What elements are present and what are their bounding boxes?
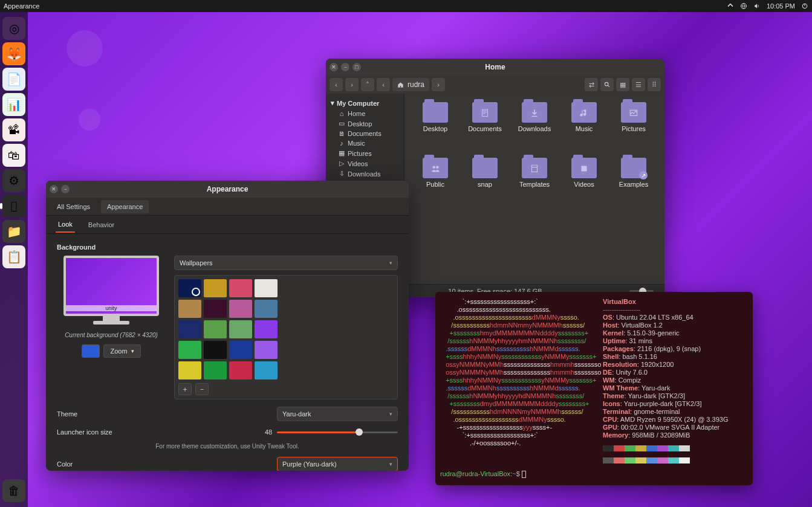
wallpaper-thumb[interactable] bbox=[204, 341, 227, 359]
nav-back-button[interactable]: ‹ bbox=[330, 78, 343, 91]
sidebar-item-pictures[interactable]: ▦Pictures bbox=[326, 148, 404, 158]
view-grid-button[interactable]: ▦ bbox=[616, 78, 629, 91]
terminal-window[interactable]: `:+ssssssssssssssssss+:` .osssssssssssss… bbox=[435, 292, 753, 485]
theme-select[interactable]: Yaru-dark ▾ bbox=[277, 407, 398, 421]
tab-appearance[interactable]: Appearance bbox=[101, 200, 149, 213]
launcher-size-slider[interactable] bbox=[277, 431, 398, 433]
view-compact-button[interactable]: ⠿ bbox=[648, 78, 661, 91]
file-grid[interactable]: DesktopDocumentsDownloadsMusicPicturesPu… bbox=[404, 94, 664, 284]
wallpaper-thumb[interactable] bbox=[178, 341, 201, 359]
active-app-name[interactable]: Appearance bbox=[4, 2, 39, 10]
folder-documents[interactable]: Documents bbox=[463, 102, 507, 153]
wallpaper-thumb[interactable] bbox=[178, 320, 201, 338]
tab-all-settings[interactable]: All Settings bbox=[51, 200, 96, 213]
dock-app-firefox[interactable]: 🦊 bbox=[2, 42, 25, 65]
close-button[interactable]: ✕ bbox=[330, 63, 338, 71]
folder-music[interactable]: Music bbox=[562, 102, 606, 153]
wallpaper-thumb[interactable] bbox=[178, 279, 201, 297]
folder-examples[interactable]: Examples bbox=[611, 158, 656, 208]
sidebar-item-downloads[interactable]: ⇩Downloads bbox=[326, 169, 404, 179]
info-kernel: Kernel: 5.15.0-39-generic bbox=[603, 329, 742, 337]
folder-videos[interactable]: Videos bbox=[562, 158, 606, 208]
appearance-titlebar[interactable]: ✕ － Appearance bbox=[46, 181, 409, 198]
volume-indicator[interactable] bbox=[753, 2, 761, 10]
zoom-mode-button[interactable]: Zoom▾ bbox=[103, 344, 140, 358]
wallpaper-thumb[interactable] bbox=[204, 361, 227, 379]
wallpaper-thumb[interactable] bbox=[204, 279, 227, 297]
sidebar-item-music[interactable]: ♪Music bbox=[326, 138, 404, 148]
wallpaper-thumb[interactable] bbox=[229, 279, 252, 297]
wallpaper-thumb[interactable] bbox=[229, 320, 252, 338]
folder-downloads[interactable]: Downloads bbox=[512, 102, 557, 153]
file-manager-titlebar[interactable]: ✕ － □ Home bbox=[326, 59, 664, 76]
language-indicator[interactable] bbox=[740, 2, 747, 10]
sidebar-header[interactable]: ▾My Computer bbox=[326, 97, 404, 109]
sidebar-item-home[interactable]: ⌂Home bbox=[326, 109, 404, 118]
dock-app-libreoffice-writer[interactable]: 📄 bbox=[2, 68, 25, 91]
dock-app-terminal[interactable]: ⌷ bbox=[2, 195, 25, 218]
power-indicator[interactable] bbox=[801, 2, 808, 10]
network-indicator[interactable] bbox=[727, 2, 734, 10]
search-button[interactable] bbox=[600, 78, 614, 91]
wallpaper-thumb[interactable] bbox=[229, 361, 252, 379]
folder-snap[interactable]: snap bbox=[463, 158, 507, 208]
wallpaper-thumb[interactable] bbox=[229, 300, 252, 318]
dock-trash[interactable]: 🗑 bbox=[2, 479, 25, 502]
view-list-button[interactable]: ☰ bbox=[632, 78, 645, 91]
minimize-button[interactable]: － bbox=[341, 63, 349, 71]
wallpaper-thumb[interactable] bbox=[178, 361, 201, 379]
nav-forward-button[interactable]: › bbox=[345, 78, 359, 91]
folder-label: Videos bbox=[574, 181, 594, 188]
wallpaper-thumb[interactable] bbox=[255, 341, 278, 359]
folder-pictures[interactable]: Pictures bbox=[611, 102, 656, 153]
folder-icon bbox=[621, 102, 646, 123]
subtabs: Look Behavior bbox=[46, 216, 409, 234]
close-button[interactable]: ✕ bbox=[50, 185, 58, 193]
subtab-behavior[interactable]: Behavior bbox=[86, 218, 117, 232]
folder-public[interactable]: Public bbox=[413, 158, 458, 208]
wallpaper-thumb[interactable] bbox=[178, 300, 201, 318]
nav-up-button[interactable]: ˄ bbox=[361, 78, 374, 91]
terminal-prompt[interactable]: rudra@rudra-VirtualBox:~$ bbox=[440, 470, 526, 478]
wallpaper-thumb[interactable] bbox=[255, 300, 278, 318]
toggle-path-button[interactable]: ⇄ bbox=[585, 78, 598, 91]
dock-app-libreoffice-calc[interactable]: 📊 bbox=[2, 93, 25, 116]
sidebar-item-videos[interactable]: ▷Videos bbox=[326, 158, 404, 169]
maximize-button[interactable]: □ bbox=[352, 63, 361, 71]
breadcrumb[interactable]: rudra bbox=[392, 78, 429, 91]
info-packages: Packages: 2116 (dpkg), 9 (snap) bbox=[603, 345, 742, 353]
dock-app-settings[interactable]: ⚙ bbox=[2, 169, 25, 192]
add-wallpaper-button[interactable]: ＋ bbox=[178, 383, 192, 395]
remove-wallpaper-button[interactable]: － bbox=[195, 383, 209, 395]
breadcrumb-back[interactable]: ‹ bbox=[377, 78, 390, 91]
folder-icon bbox=[423, 102, 448, 123]
dock-app-files[interactable]: 📁 bbox=[2, 220, 25, 243]
info-memory: Memory: 958MiB / 32089MiB bbox=[603, 431, 742, 439]
wallpaper-thumb[interactable] bbox=[204, 300, 227, 318]
dock-app-show-apps[interactable]: ◎ bbox=[2, 17, 25, 40]
clock[interactable]: 10:05 PM bbox=[767, 2, 795, 10]
launcher-size-value: 48 bbox=[265, 428, 272, 436]
info-hostname: VirtualBox bbox=[603, 298, 636, 305]
dock-app-libreoffice[interactable]: 📋 bbox=[2, 245, 25, 268]
slider-thumb[interactable] bbox=[356, 428, 363, 436]
dock-app-software[interactable]: 🛍 bbox=[2, 144, 25, 167]
wallpaper-thumb[interactable] bbox=[255, 279, 278, 297]
wallpaper-source-select[interactable]: Wallpapers ▾ bbox=[174, 256, 398, 270]
wallpaper-thumb[interactable] bbox=[255, 361, 278, 379]
sidebar-item-documents[interactable]: 🗎Documents bbox=[326, 129, 404, 138]
info-os: OS: Ubuntu 22.04 LTS x86_64 bbox=[603, 314, 742, 321]
wallpaper-thumb[interactable] bbox=[204, 320, 227, 338]
color-select[interactable]: Purple (Yaru-dark) ▾ bbox=[277, 457, 398, 471]
sidebar-item-desktop[interactable]: ▭Desktop bbox=[326, 118, 404, 129]
minimize-button[interactable]: － bbox=[61, 185, 70, 193]
folder-icon: ▭ bbox=[338, 120, 345, 128]
dock-app-libreoffice-impress[interactable]: 📽 bbox=[2, 118, 25, 141]
wallpaper-thumb[interactable] bbox=[229, 341, 252, 359]
folder-desktop[interactable]: Desktop bbox=[413, 102, 458, 153]
color-swatch-button[interactable] bbox=[82, 344, 100, 358]
breadcrumb-forward[interactable]: › bbox=[432, 78, 445, 91]
wallpaper-thumb[interactable] bbox=[255, 320, 278, 338]
subtab-look[interactable]: Look bbox=[56, 217, 75, 233]
folder-templates[interactable]: Templates bbox=[512, 158, 557, 208]
